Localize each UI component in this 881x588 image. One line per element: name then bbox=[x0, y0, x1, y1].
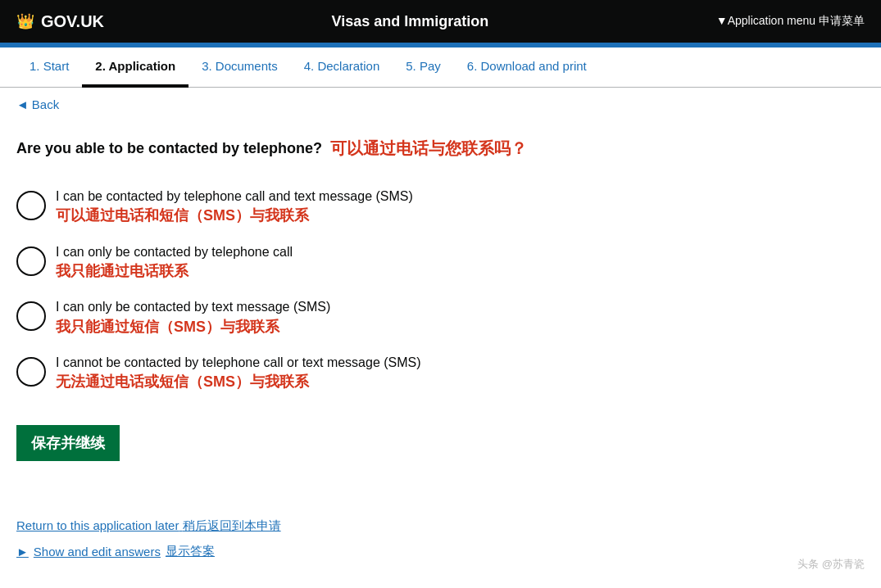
show-answers-zh: 显示答案 bbox=[166, 544, 215, 559]
header-title: Visas and Immigration bbox=[332, 13, 489, 30]
watermark: 头条 @苏青瓷 bbox=[797, 557, 865, 559]
option3-labels: I can only be contacted by text message … bbox=[56, 298, 330, 337]
tab-declaration[interactable]: 4. Declaration bbox=[291, 47, 393, 88]
back-icon: ◄ bbox=[16, 97, 29, 111]
radio-option2[interactable] bbox=[16, 247, 46, 276]
return-link-en: Return to this application later bbox=[16, 518, 179, 532]
tab-application[interactable]: 2. Application bbox=[82, 47, 188, 88]
list-item: I can only be contacted by telephone cal… bbox=[16, 235, 639, 291]
gov-logo: 👑 GOV.UK bbox=[16, 12, 104, 31]
tab-download[interactable]: 6. Download and print bbox=[454, 47, 600, 88]
main-content: Are you able to be contacted by telephon… bbox=[0, 121, 656, 518]
radio-option3[interactable] bbox=[16, 301, 46, 331]
save-continue-button[interactable]: 保存并继续 bbox=[16, 425, 120, 461]
list-item: I can be contacted by telephone call and… bbox=[16, 179, 639, 235]
back-link-container: ◄ Back bbox=[0, 88, 881, 121]
option1-english: I can be contacted by telephone call and… bbox=[56, 188, 413, 206]
option3-english: I can only be contacted by text message … bbox=[56, 298, 330, 316]
radio-option1[interactable] bbox=[16, 191, 46, 220]
option3-chinese: 我只能通过短信（SMS）与我联系 bbox=[56, 317, 330, 337]
return-link-zh: 稍后返回到本申请 bbox=[183, 518, 281, 532]
option4-english: I cannot be contacted by telephone call … bbox=[56, 354, 421, 372]
show-answers-en: Show and edit answers bbox=[34, 545, 161, 559]
option2-labels: I can only be contacted by telephone cal… bbox=[56, 243, 293, 283]
tab-pay[interactable]: 5. Pay bbox=[393, 47, 454, 88]
application-menu-button[interactable]: ▼Application menu 申请菜单 bbox=[716, 14, 865, 29]
question-chinese: 可以通过电话与您联系吗？ bbox=[330, 138, 527, 160]
crown-icon: 👑 bbox=[16, 12, 34, 30]
back-link[interactable]: ◄ Back bbox=[16, 97, 59, 111]
option2-chinese: 我只能通过电话联系 bbox=[56, 261, 293, 282]
list-item: I cannot be contacted by telephone call … bbox=[16, 346, 639, 401]
footer-links: Return to this application later 稍后返回到本申… bbox=[0, 518, 881, 559]
show-answers-icon: ► bbox=[16, 545, 29, 559]
return-application-link[interactable]: Return to this application later 稍后返回到本申… bbox=[16, 518, 865, 534]
option1-chinese: 可以通过电话和短信（SMS）与我联系 bbox=[56, 206, 413, 226]
option4-chinese: 无法通过电话或短信（SMS）与我联系 bbox=[56, 372, 421, 392]
option2-english: I can only be contacted by telephone cal… bbox=[56, 243, 293, 261]
option1-labels: I can be contacted by telephone call and… bbox=[56, 188, 413, 227]
list-item: I can only be contacted by text message … bbox=[16, 290, 639, 346]
radio-option4[interactable] bbox=[16, 357, 46, 387]
header: 👑 GOV.UK Visas and Immigration ▼Applicat… bbox=[0, 0, 881, 43]
contact-options: I can be contacted by telephone call and… bbox=[16, 179, 639, 400]
back-label: Back bbox=[32, 97, 59, 111]
option4-labels: I cannot be contacted by telephone call … bbox=[56, 354, 421, 393]
question-english: Are you able to be contacted by telephon… bbox=[16, 140, 322, 157]
show-answers-link[interactable]: ► Show and edit answers 显示答案 bbox=[16, 544, 865, 559]
step-navigation: 1. Start 2. Application 3. Documents 4. … bbox=[0, 47, 881, 88]
tab-documents[interactable]: 3. Documents bbox=[188, 47, 291, 88]
logo-text: GOV.UK bbox=[41, 12, 104, 31]
question-heading: Are you able to be contacted by telephon… bbox=[16, 138, 639, 160]
tab-start[interactable]: 1. Start bbox=[16, 47, 82, 88]
